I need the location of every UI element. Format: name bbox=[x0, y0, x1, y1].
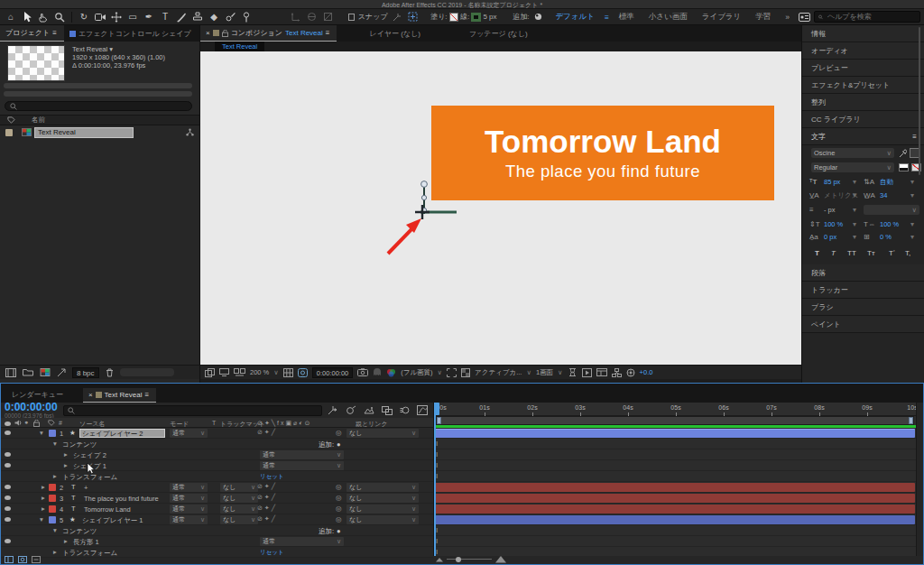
delete-icon[interactable] bbox=[106, 368, 114, 377]
stroke-width-value[interactable]: 5 px bbox=[483, 13, 496, 21]
twirl-icon[interactable]: ▸ bbox=[42, 505, 45, 513]
tab-project[interactable]: プロジェクト ≡ bbox=[0, 25, 64, 42]
fast-previews-icon[interactable] bbox=[582, 368, 592, 377]
add-property-icon[interactable]: ● bbox=[337, 527, 341, 535]
zoom-tool-icon[interactable] bbox=[52, 11, 67, 23]
motion-blur-icon[interactable] bbox=[400, 405, 410, 415]
layer-switches[interactable]: ⊘ ✦ ╱ bbox=[257, 505, 275, 512]
parent-pickwhip-icon[interactable]: ◎ bbox=[336, 429, 342, 437]
tab-timeline-comp[interactable]: × Text Reveal ≡ bbox=[83, 388, 156, 403]
home-icon[interactable]: ⌂ bbox=[4, 11, 18, 23]
font-size-value[interactable]: 85 px bbox=[824, 178, 840, 186]
faux-bold-button[interactable]: T bbox=[815, 249, 819, 257]
puppet-pin-tool-icon[interactable] bbox=[239, 11, 254, 23]
blend-mode-select[interactable]: 通常∨ bbox=[170, 505, 208, 514]
reset-exposure-icon[interactable] bbox=[626, 368, 635, 377]
banner-subtitle-text[interactable]: The place you find future bbox=[505, 162, 700, 181]
item-label-swatch[interactable] bbox=[5, 129, 13, 136]
property-group-row[interactable]: ▾ コンテンツ 追加: ● bbox=[1, 525, 433, 536]
workspace-switcher-icon[interactable] bbox=[798, 11, 812, 23]
layer-switches[interactable]: ⊘ ✦ ╱ bbox=[257, 515, 275, 523]
banner-title-text[interactable]: Tomorrow Land bbox=[485, 125, 721, 158]
zoom-slider-thumb[interactable] bbox=[456, 557, 461, 562]
panel-menu-icon[interactable]: ≡ bbox=[912, 133, 917, 141]
type-tool-icon[interactable]: T bbox=[158, 11, 172, 23]
font-family-select[interactable]: Oscine∨ bbox=[811, 148, 894, 158]
layer-row[interactable]: ▾ 1 ★ シェイプレイヤー 2 通常∨ ⊘ ✦ ╱ ◎ なし∨ bbox=[1, 428, 433, 439]
parent-select[interactable]: なし∨ bbox=[346, 429, 419, 438]
exposure-value[interactable]: +0.0 bbox=[640, 368, 653, 376]
view-layout-value[interactable]: 1画面 bbox=[536, 368, 553, 377]
rotate-tool-icon[interactable]: ↻ bbox=[77, 11, 91, 23]
work-area-bar[interactable] bbox=[436, 416, 914, 425]
twirl-icon[interactable]: ▾ bbox=[53, 440, 57, 448]
eye-icon[interactable] bbox=[5, 506, 11, 511]
layer-name[interactable]: + bbox=[84, 484, 88, 492]
layer-name[interactable]: シェイプレイヤー 1 bbox=[82, 516, 143, 525]
help-search-field[interactable] bbox=[814, 11, 920, 23]
layer-name[interactable]: The place you find future bbox=[84, 495, 159, 503]
faux-italic-button[interactable]: T bbox=[831, 249, 836, 257]
project-list-header[interactable]: 名前 bbox=[0, 115, 199, 125]
project-settings-icon[interactable] bbox=[57, 368, 66, 377]
layer-name[interactable]: Tomorrow Land bbox=[84, 505, 131, 514]
playhead-handle[interactable] bbox=[433, 403, 439, 415]
parent-pickwhip-icon[interactable]: ◎ bbox=[336, 505, 342, 513]
mirror-viewer-icon[interactable] bbox=[234, 368, 245, 376]
comp-flowchart-icon[interactable] bbox=[612, 368, 622, 377]
parent-select[interactable]: なし∨ bbox=[346, 483, 419, 492]
grid-guides-icon[interactable] bbox=[283, 368, 293, 377]
property-row[interactable]: ▸ シェイプ 2 通常∨ bbox=[1, 449, 433, 460]
twirl-icon[interactable]: ▸ bbox=[64, 461, 68, 469]
track-matte-select[interactable]: なし∨ bbox=[220, 515, 258, 524]
zoom-in-mountain-icon[interactable] bbox=[495, 555, 506, 563]
panel-preview[interactable]: プレビュー bbox=[802, 60, 924, 77]
eye-icon[interactable] bbox=[5, 452, 11, 457]
panel-menu-icon[interactable]: ≡ bbox=[144, 391, 149, 399]
eye-icon[interactable] bbox=[5, 431, 11, 435]
parent-pickwhip-icon[interactable]: ◎ bbox=[336, 494, 342, 502]
graph-editor-icon[interactable] bbox=[417, 405, 428, 415]
layer-duration-track[interactable] bbox=[434, 493, 916, 504]
workspace-standard[interactable]: 標準 bbox=[613, 12, 641, 23]
property-row[interactable]: ▸ 長方形 1 通常∨ bbox=[1, 536, 433, 547]
panel-effects-presets[interactable]: エフェクト&プリセット bbox=[802, 77, 924, 94]
tab-effect-controls[interactable]: エフェクトコントロール シェイプ bbox=[64, 26, 199, 42]
banner-shape[interactable]: Tomorrow Land The place you find future bbox=[431, 106, 774, 200]
layer-row[interactable]: ▸ 4 T Tomorrow Land 通常∨ なし∨ ⊘ ✦ ╱ ◎ なし∨ bbox=[1, 504, 433, 514]
property-name[interactable]: 長方形 1 bbox=[73, 538, 99, 547]
track-matte-select[interactable]: なし∨ bbox=[220, 494, 258, 503]
layer-duration-track[interactable] bbox=[434, 428, 916, 439]
transform-row[interactable]: ▸ トランスフォーム リセット bbox=[1, 471, 433, 482]
track-matte-select[interactable]: なし∨ bbox=[220, 483, 258, 492]
tab-footage[interactable]: フッテージ (なし) bbox=[464, 26, 535, 42]
view-axis-mode-icon[interactable] bbox=[321, 11, 336, 23]
panel-paint[interactable]: ペイント bbox=[802, 316, 924, 333]
local-axis-mode-icon[interactable] bbox=[289, 11, 303, 23]
layer-bar-selected[interactable] bbox=[435, 429, 915, 438]
close-tab-icon[interactable]: × bbox=[206, 29, 210, 37]
timeline-tracks-area[interactable]: 00s 01s 02s 03s 04s 05s 06s 07s 08s 09s … bbox=[433, 403, 916, 556]
shape-blend-mode-select[interactable]: 通常∨ bbox=[260, 461, 344, 470]
eraser-tool-icon[interactable]: ◆ bbox=[207, 11, 221, 23]
current-time-display[interactable]: 0:00:00:00 bbox=[5, 403, 58, 412]
twirl-icon[interactable]: ▾ bbox=[40, 429, 43, 437]
layer-bar[interactable] bbox=[435, 505, 915, 514]
region-of-interest-icon[interactable] bbox=[447, 368, 457, 377]
project-flowchart-button[interactable] bbox=[120, 368, 174, 376]
frame-blending-icon[interactable] bbox=[382, 406, 393, 415]
workspace-more-icon[interactable]: » bbox=[779, 13, 796, 22]
channels-icon[interactable] bbox=[386, 368, 396, 377]
transparency-grid-icon[interactable] bbox=[461, 368, 470, 377]
workspace-small-screen[interactable]: 小さい画面 bbox=[642, 12, 694, 23]
camera-view-caret-icon[interactable]: ∨ bbox=[526, 368, 531, 376]
zoom-out-mountain-icon[interactable] bbox=[436, 557, 443, 562]
font-size-caret-icon[interactable]: ▾ bbox=[853, 178, 856, 186]
small-caps-button[interactable]: Tт bbox=[867, 249, 875, 257]
twirl-icon[interactable]: ▸ bbox=[53, 472, 57, 480]
hand-tool-icon[interactable] bbox=[36, 11, 51, 23]
all-caps-button[interactable]: TT bbox=[847, 249, 856, 257]
panel-brushes[interactable]: ブラシ bbox=[802, 299, 924, 316]
leading-value[interactable]: 自動 bbox=[880, 178, 893, 187]
interpret-footage-icon[interactable] bbox=[5, 368, 16, 377]
